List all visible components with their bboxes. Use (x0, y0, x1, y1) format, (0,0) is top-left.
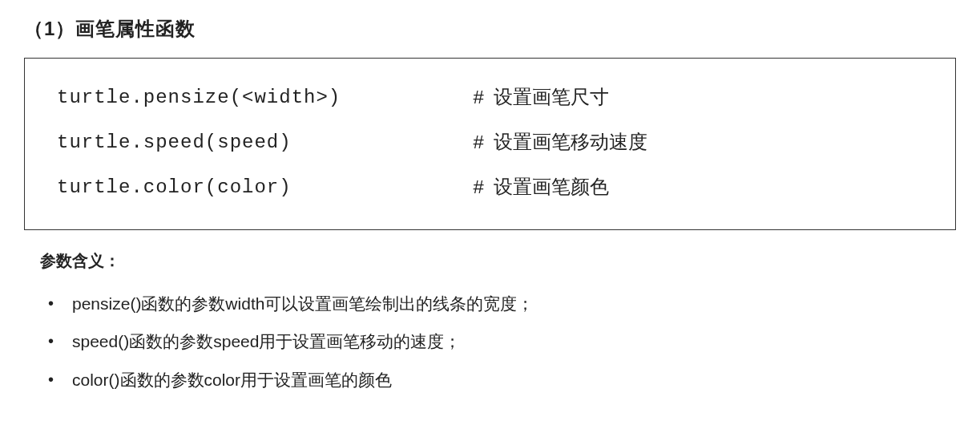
list-item: pensize()函数的参数width可以设置画笔绘制出的线条的宽度； (48, 292, 956, 315)
code-row: turtle.speed(speed) #设置画笔移动速度 (57, 119, 923, 164)
section-heading: （1）画笔属性函数 (24, 16, 956, 42)
parameter-list: pensize()函数的参数width可以设置画笔绘制出的线条的宽度； spee… (24, 292, 956, 391)
comment-text: 设置画笔颜色 (494, 176, 609, 197)
list-item: speed()函数的参数speed用于设置画笔移动的速度； (48, 330, 956, 353)
code-row: turtle.color(color) #设置画笔颜色 (57, 164, 923, 209)
code-comment: #设置画笔尺寸 (473, 75, 923, 119)
hash-symbol: # (473, 132, 484, 154)
code-text: turtle.color(color) (57, 164, 473, 209)
code-row: turtle.pensize(<width>) #设置画笔尺寸 (57, 75, 923, 119)
code-comment: #设置画笔移动速度 (473, 119, 923, 164)
list-item: color()函数的参数color用于设置画笔的颜色 (48, 368, 956, 391)
hash-symbol: # (473, 87, 484, 109)
hash-symbol: # (473, 177, 484, 199)
comment-text: 设置画笔尺寸 (494, 86, 609, 107)
code-text: turtle.speed(speed) (57, 119, 473, 164)
sub-heading: 参数含义： (40, 250, 956, 272)
code-block: turtle.pensize(<width>) #设置画笔尺寸 turtle.s… (24, 58, 956, 230)
code-text: turtle.pensize(<width>) (57, 75, 473, 119)
comment-text: 设置画笔移动速度 (494, 131, 647, 152)
code-comment: #设置画笔颜色 (473, 164, 923, 209)
